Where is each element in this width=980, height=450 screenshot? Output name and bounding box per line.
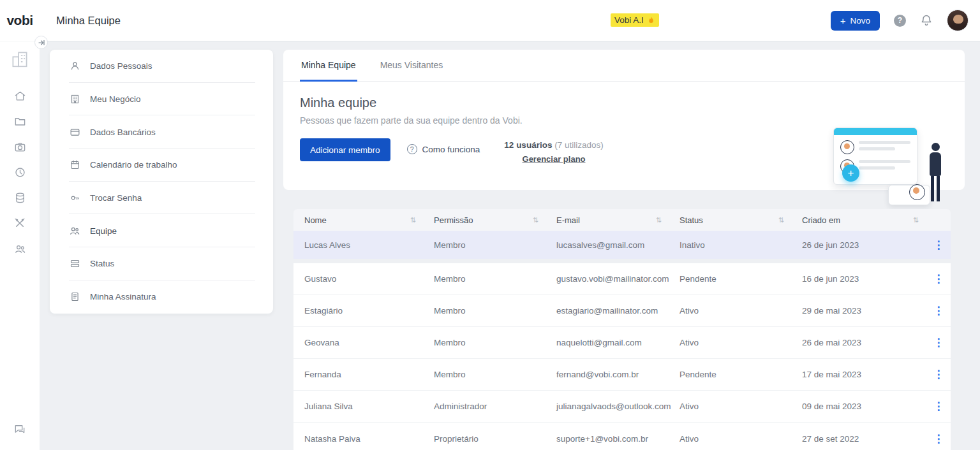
cell-created: 27 de set 2022 bbox=[802, 434, 926, 444]
cell-permission: Membro bbox=[434, 274, 556, 284]
cell-email: suporte+1@vobi.com.br bbox=[556, 434, 679, 444]
team-card-body: Minha equipe Pessoas que fazem parte da … bbox=[283, 82, 965, 164]
icon-rail bbox=[0, 41, 40, 450]
vobi-ai-badge[interactable]: Vobi A.I bbox=[611, 13, 659, 27]
cell-status: Inativo bbox=[679, 240, 802, 250]
team-illustration: + bbox=[832, 124, 947, 205]
chat-icon[interactable] bbox=[0, 417, 40, 442]
illustration-plus-icon: + bbox=[842, 164, 859, 182]
sidebar-item-label: Dados Bancários bbox=[90, 127, 156, 137]
cell-name: Fernanda bbox=[304, 370, 434, 379]
home-icon[interactable] bbox=[0, 83, 40, 108]
sidebar-item-dados-bancarios[interactable]: Dados Bancários bbox=[50, 115, 273, 149]
clock-icon[interactable] bbox=[0, 159, 40, 185]
table-row[interactable]: Estagiário Membro estagiario@mailinator.… bbox=[293, 295, 951, 327]
cell-email: estagiario@mailinator.com bbox=[556, 306, 679, 316]
sidebar-expand-toggle[interactable] bbox=[34, 36, 48, 49]
usage-count: 12 usuários bbox=[504, 140, 552, 150]
sidebar-item-label: Dados Pessoais bbox=[90, 61, 152, 71]
sort-icon[interactable]: ⇅ bbox=[913, 216, 919, 224]
cell-permission: Membro bbox=[434, 240, 556, 250]
table-row[interactable]: Natasha Paiva Proprietário suporte+1@vob… bbox=[293, 423, 951, 450]
cell-permission: Membro bbox=[434, 370, 556, 379]
camera-icon[interactable] bbox=[0, 134, 40, 159]
como-funciona-label: Como funciona bbox=[422, 145, 480, 154]
sidebar-item-dados-pessoais[interactable]: Dados Pessoais bbox=[50, 50, 273, 83]
como-funciona-link[interactable]: ? Como funciona bbox=[407, 144, 480, 154]
column-header-email[interactable]: E-mail⇅ bbox=[556, 215, 679, 225]
cell-status: Pendente bbox=[679, 370, 802, 379]
table-row[interactable]: Geovana Membro naquelotti@gmail.com Ativ… bbox=[293, 327, 951, 359]
sidebar-item-label: Calendário de trabalho bbox=[90, 160, 177, 170]
row-actions-button[interactable]: ⋮ bbox=[926, 432, 951, 446]
novo-button[interactable]: + Novo bbox=[831, 11, 880, 31]
header-actions: + Novo ? bbox=[831, 0, 969, 41]
settings-sidebar: Dados Pessoais Meu Negócio Dados Bancári… bbox=[50, 50, 273, 314]
usage-detail: (7 utilizados) bbox=[554, 140, 604, 150]
cell-email: gustavo.vobi@mailinator.com bbox=[556, 274, 679, 284]
row-actions-button[interactable]: ⋮ bbox=[926, 272, 951, 286]
help-icon[interactable]: ? bbox=[894, 15, 906, 27]
sidebar-item-calendario[interactable]: Calendário de trabalho bbox=[50, 149, 273, 182]
server-icon[interactable] bbox=[0, 185, 40, 210]
tab-minha-equipe[interactable]: Minha Equipe bbox=[300, 50, 357, 82]
sidebar-item-minha-assinatura[interactable]: Minha Assinatura bbox=[50, 280, 273, 314]
sidebar-item-label: Status bbox=[90, 259, 114, 268]
illustration-person bbox=[924, 143, 947, 204]
novo-button-label: Novo bbox=[850, 16, 870, 25]
calendar-icon bbox=[69, 159, 80, 170]
cell-created: 26 de mai 2023 bbox=[802, 338, 926, 347]
column-header-status[interactable]: Status⇅ bbox=[679, 215, 802, 225]
contacts-icon[interactable] bbox=[0, 236, 40, 261]
row-actions-button[interactable]: ⋮ bbox=[926, 400, 951, 413]
cell-status: Ativo bbox=[679, 402, 802, 411]
cell-email: fernand@vobi.com.br bbox=[556, 370, 679, 379]
tabs: Minha Equipe Meus Visitantes bbox=[283, 50, 965, 82]
cell-name: Geovana bbox=[304, 338, 434, 347]
cell-created: 16 de jun 2023 bbox=[802, 274, 926, 284]
cell-status: Ativo bbox=[679, 338, 802, 347]
tab-meus-visitantes[interactable]: Meus Visitantes bbox=[379, 50, 445, 82]
sidebar-item-label: Meu Negócio bbox=[90, 94, 141, 104]
user-icon bbox=[69, 61, 80, 71]
sort-icon[interactable]: ⇅ bbox=[656, 216, 662, 224]
vobi-logo[interactable]: vobi bbox=[0, 13, 40, 28]
team-card: Minha Equipe Meus Visitantes Minha equip… bbox=[283, 50, 965, 190]
cell-email: naquelotti@gmail.com bbox=[556, 338, 679, 347]
page-title: Minha Equipe bbox=[56, 15, 121, 27]
gerenciar-plano-link[interactable]: Gerenciar plano bbox=[523, 154, 586, 164]
bell-icon[interactable] bbox=[920, 14, 933, 27]
table-body: Gustavo Membro gustavo.vobi@mailinator.c… bbox=[293, 263, 951, 450]
status-list-icon bbox=[69, 258, 80, 269]
sidebar-item-equipe[interactable]: Equipe bbox=[50, 214, 273, 247]
sidebar-item-trocar-senha[interactable]: Trocar Senha bbox=[50, 182, 273, 215]
sort-icon[interactable]: ⇅ bbox=[533, 216, 538, 224]
fire-icon bbox=[647, 16, 655, 25]
column-header-criado-em[interactable]: Criado em⇅ bbox=[802, 215, 926, 225]
cell-name: Gustavo bbox=[304, 274, 434, 284]
sidebar-item-meu-negocio[interactable]: Meu Negócio bbox=[50, 83, 273, 116]
adicionar-membro-button[interactable]: Adicionar membro bbox=[300, 138, 390, 161]
column-header-nome[interactable]: Nome⇅ bbox=[304, 215, 434, 225]
table-row[interactable]: Fernanda Membro fernand@vobi.com.br Pend… bbox=[293, 359, 951, 391]
sidebar-item-status[interactable]: Status bbox=[50, 247, 273, 280]
row-actions-button[interactable]: ⋮ bbox=[926, 368, 951, 381]
sidebar-item-label: Minha Assinatura bbox=[90, 292, 156, 301]
cell-status: Ativo bbox=[679, 434, 802, 444]
table-row[interactable]: Gustavo Membro gustavo.vobi@mailinator.c… bbox=[293, 263, 951, 295]
row-actions-button[interactable]: ⋮ bbox=[926, 238, 951, 252]
sort-icon[interactable]: ⇅ bbox=[778, 216, 784, 224]
buildings-icon[interactable] bbox=[0, 45, 40, 74]
cell-created: 17 de mai 2023 bbox=[802, 370, 926, 379]
cell-created: 09 de mai 2023 bbox=[802, 402, 926, 411]
question-icon: ? bbox=[407, 144, 417, 154]
folder-icon[interactable] bbox=[0, 108, 40, 134]
row-actions-button[interactable]: ⋮ bbox=[926, 336, 951, 349]
column-header-permissao[interactable]: Permissão⇅ bbox=[434, 215, 556, 225]
sort-icon[interactable]: ⇅ bbox=[410, 216, 416, 224]
row-actions-button[interactable]: ⋮ bbox=[926, 304, 951, 317]
table-row[interactable]: Lucas Alves Membro lucasalves@gmail.com … bbox=[293, 231, 951, 259]
table-row[interactable]: Juliana Silva Administrador julianagalva… bbox=[293, 391, 951, 423]
tools-icon[interactable] bbox=[0, 210, 40, 236]
user-avatar[interactable] bbox=[947, 10, 969, 31]
